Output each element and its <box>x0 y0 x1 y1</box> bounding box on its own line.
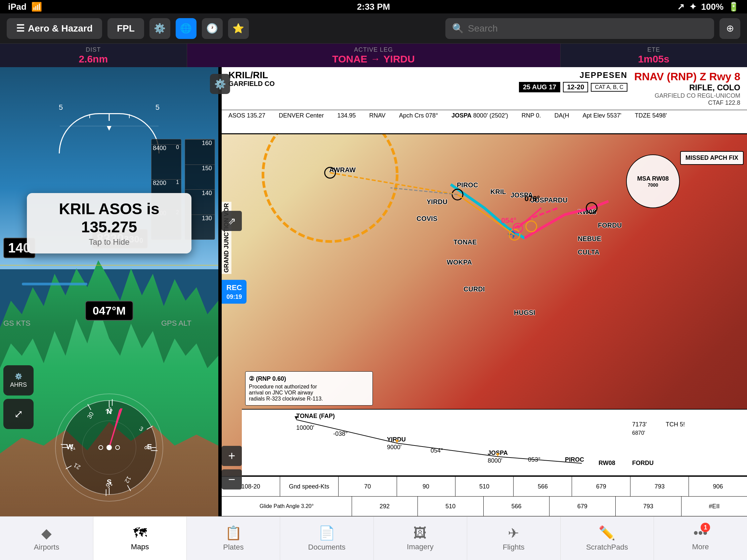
fpl-button[interactable]: FPL <box>107 18 144 39</box>
more-badge: 1 <box>701 523 710 532</box>
airports-label: Airports <box>34 543 59 552</box>
cell-90: 90 <box>397 477 456 496</box>
cell-793: 793 <box>630 477 689 496</box>
cell-gs-kts: Gnd speed-Kts <box>280 477 339 496</box>
settings-button[interactable]: ⚙️ <box>150 18 170 39</box>
da-label: DA(H <box>555 112 569 119</box>
svg-text:RW08: RW08 <box>598 460 615 466</box>
nav-scratchpads[interactable]: ✏️ ScratchPads <box>561 517 654 560</box>
crosshair-button[interactable]: ⊕ <box>719 18 740 39</box>
msa-note: 7000 <box>648 182 658 188</box>
expand-button[interactable]: ⤢ <box>3 399 33 429</box>
layers-label: Aero & Hazard <box>28 23 93 34</box>
proc-note-3: radials R-323 clockwise R-113. <box>249 396 369 402</box>
gs-label: GS KTS <box>3 319 31 328</box>
globe-button[interactable]: 🌐 <box>176 18 197 39</box>
bottom-nav: ◆ Airports 🗺 Maps 📋 Plates 📄 Documents 🖼… <box>0 516 747 560</box>
ete-segment: ETE 1m05s <box>561 44 747 67</box>
missed-apch-box: MISSED APCH FIX <box>680 151 744 165</box>
active-leg-to: YIRDU <box>384 53 415 65</box>
share-icon: ⇗ <box>228 216 236 226</box>
cell-906: 906 <box>689 477 747 496</box>
dist-value: 2.6nm <box>79 53 108 65</box>
zoom-in-button[interactable]: + <box>222 446 242 466</box>
clock-button[interactable]: 🕐 <box>202 18 223 39</box>
maps-icon: 🗺 <box>133 526 147 540</box>
chart-settings-button[interactable]: ⚙️ <box>210 74 230 94</box>
nav-plates[interactable]: 📋 Plates <box>187 517 280 560</box>
cell-b-292: 292 <box>352 497 418 516</box>
flight-bar: DIST 2.6nm ACTIVE LEG TONAE → YIRDU ETE … <box>0 44 747 67</box>
more-label: More <box>692 542 709 551</box>
search-bar[interactable]: 🔍 <box>445 18 714 39</box>
favorites-button[interactable]: ⭐ <box>228 18 249 39</box>
jospa-label: JOSPA <box>452 112 471 119</box>
chart-bottom-strip: 108-20 Gnd speed-Kts 70 90 510 566 679 7… <box>222 476 747 516</box>
msa-label: MSA RW08 <box>637 175 669 182</box>
cell-b-793: 793 <box>616 497 681 516</box>
gps-alt-label: GPS ALT <box>161 319 191 328</box>
svg-text:6870': 6870' <box>632 430 645 436</box>
documents-icon: 📄 <box>318 526 335 540</box>
svg-text:8000': 8000' <box>488 457 502 464</box>
cell-566: 566 <box>514 477 572 496</box>
search-input[interactable] <box>468 23 707 34</box>
status-bar: iPad 📶 2:33 PM ↗ ✦ 100% 🔋 <box>0 0 747 14</box>
pitch-mark-pos5: 5 <box>156 103 159 112</box>
airport-id: KRIL/RIL <box>228 71 424 80</box>
maps-label: Maps <box>131 542 149 551</box>
nav-documents[interactable]: 📄 Documents <box>280 517 374 560</box>
svg-text:TCH 5!: TCH 5! <box>666 421 685 428</box>
nav-imagery[interactable]: 🖼 Imagery <box>374 517 467 560</box>
svg-text:10000': 10000' <box>296 424 314 431</box>
water-feature <box>22 283 87 285</box>
proc-note-1: Procedure not authorized for <box>249 384 369 390</box>
cell-b-510: 510 <box>418 497 484 516</box>
cell-70: 70 <box>339 477 397 496</box>
gear-icon: ⚙️ <box>15 373 22 380</box>
chart-header-top: KRIL/RIL GARFIELD CO JEPPESEN 25 AUG 17 … <box>222 67 747 110</box>
svg-text:9000': 9000' <box>387 444 402 451</box>
rnav-label: RNAV <box>369 112 386 119</box>
zoom-out-button[interactable]: − <box>222 469 242 489</box>
rec-button[interactable]: REC 09:19 <box>222 280 247 304</box>
layers-icon: ☰ <box>16 23 25 34</box>
msa-box: MSA RW08 7000 <box>626 155 680 208</box>
ahrs-button[interactable]: ⚙️ AHRS <box>3 365 33 396</box>
kril-label: KRIL <box>490 188 506 196</box>
compass-rose: N S E W 3 6 12 15 21 24 30 33 <box>50 389 168 506</box>
apt-elev: Apt Elev 5537' <box>583 112 622 119</box>
chart-freqs: ASOS 135.27 DENVER Center 134.95 RNAV Ap… <box>222 110 747 121</box>
nav-flights[interactable]: ✈ Flights <box>467 517 561 560</box>
heading-indicator: 047°M <box>85 301 133 321</box>
share-button[interactable]: ⇗ <box>222 211 242 231</box>
nav-airports[interactable]: ◆ Airports <box>0 517 93 560</box>
svg-text:054°: 054° <box>431 447 443 454</box>
rnp-label: RNP 0. <box>522 112 541 119</box>
layers-button[interactable]: ☰ Aero & Hazard <box>7 18 102 39</box>
svg-text:053°: 053° <box>528 456 540 463</box>
ctaf-label: CTAF 122.8 <box>708 99 740 106</box>
flight-view-panel: 5 5 ▼ 140 160 150 140 130 8400 0 8 <box>0 67 218 516</box>
jeppesen-logo: JEPPESEN <box>579 71 627 80</box>
imagery-icon: 🖼 <box>413 526 427 540</box>
svg-text:7173': 7173' <box>632 421 647 428</box>
rw08-label: RW08 <box>578 208 596 216</box>
nav-more[interactable]: ••• 1 More <box>654 517 747 560</box>
piroc-label: PIROC <box>457 181 478 189</box>
imagery-label: Imagery <box>407 542 433 551</box>
asos-subtitle: Tap to Hide <box>37 237 181 247</box>
time-display: 2:33 PM <box>357 2 390 12</box>
tonae-label: TONAE <box>454 238 477 246</box>
active-leg-arrow: → <box>371 54 380 64</box>
jospardu-label: JOSPARDU <box>531 196 568 204</box>
panel-divider: ⚙️ <box>218 67 222 516</box>
bluetooth-icon: ✦ <box>689 2 697 12</box>
svg-text:-038°: -038° <box>333 430 347 437</box>
ete-value: 1m05s <box>638 53 669 65</box>
svg-text:PIROC: PIROC <box>565 456 584 463</box>
nav-maps[interactable]: 🗺 Maps <box>93 517 187 560</box>
minimum-alt: 8000' <box>473 112 488 119</box>
asos-popup[interactable]: KRIL ASOS is 135.275 Tap to Hide <box>27 193 191 254</box>
tdze: TDZE 5498' <box>635 112 667 119</box>
